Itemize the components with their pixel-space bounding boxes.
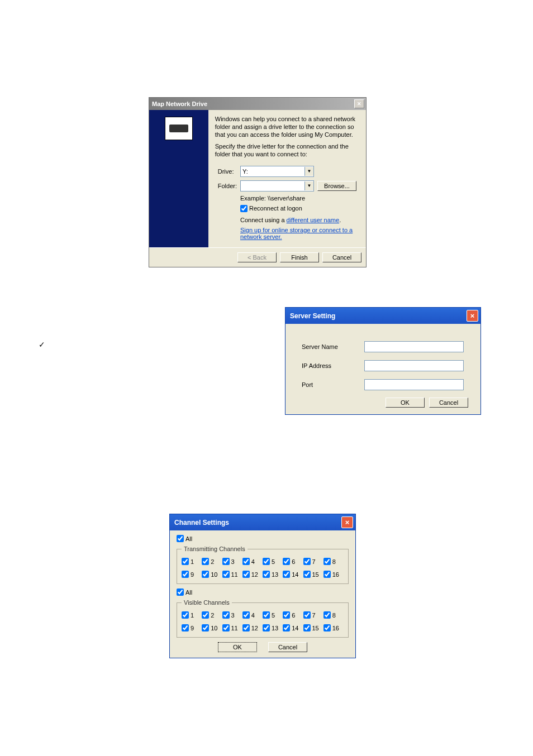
vis-channel-9-checkbox[interactable]: 9 [182,624,198,631]
tx-channel-6-checkbox-input[interactable] [283,558,290,565]
tx-channel-10-checkbox[interactable]: 10 [202,571,218,578]
vis-channel-7-checkbox[interactable]: 7 [303,611,320,619]
tx-channel-3-checkbox[interactable]: 3 [222,558,239,565]
cancel-button[interactable]: Cancel [429,398,468,408]
vis-channel-1-checkbox[interactable]: 1 [182,611,198,619]
vis-channel-2-checkbox-input[interactable] [202,611,209,619]
all-visible-checkbox-input[interactable] [177,588,184,596]
drive-label: Drive: [217,165,237,178]
tx-channel-5-checkbox-input[interactable] [263,558,270,565]
tx-channel-8-checkbox-input[interactable] [323,558,331,565]
vis-channel-7-checkbox-input[interactable] [303,611,311,619]
vis-channel-16-checkbox-input[interactable] [323,624,331,631]
tx-channel-3-checkbox-input[interactable] [222,558,230,565]
tx-channel-1-checkbox[interactable]: 1 [182,558,198,565]
drive-select[interactable]: ▼ [240,166,314,177]
finish-button[interactable]: Finish [280,252,319,262]
all-transmitting-checkbox[interactable]: All [177,535,192,542]
vis-channel-2-checkbox[interactable]: 2 [202,611,218,619]
server-name-input[interactable] [364,341,464,352]
all-transmitting-checkbox-input[interactable] [177,535,184,542]
vis-channel-8-checkbox-input[interactable] [323,611,331,619]
reconnect-checkbox[interactable]: Reconnect at logon [240,205,302,212]
vis-channel-8-checkbox[interactable]: 8 [323,611,340,619]
vis-channel-14-checkbox[interactable]: 14 [283,624,299,631]
vis-channel-5-checkbox-input[interactable] [263,611,270,619]
drive-select-value[interactable] [241,167,304,176]
vis-channel-1-checkbox-input[interactable] [182,611,189,619]
vis-channel-4-checkbox-input[interactable] [242,611,250,619]
tx-channel-7-checkbox[interactable]: 7 [303,558,320,565]
vis-channel-11-checkbox-input[interactable] [222,624,230,631]
tx-channel-14-checkbox[interactable]: 14 [283,571,299,578]
folder-select-value[interactable] [241,181,304,190]
connect-suffix: . [339,217,341,223]
tx-channel-15-checkbox-input[interactable] [303,571,311,578]
map-dialog-body: Windows can help you connect to a shared… [208,110,366,247]
all-visible-checkbox[interactable]: All [177,588,192,596]
tx-channel-12-checkbox-input[interactable] [242,571,250,578]
tx-channel-14-checkbox-input[interactable] [283,571,290,578]
tx-channel-13-checkbox[interactable]: 13 [263,571,279,578]
vis-channel-6-checkbox-input[interactable] [283,611,290,619]
close-icon[interactable]: × [341,516,353,528]
ok-button[interactable]: OK [386,398,425,408]
tx-channel-5-checkbox[interactable]: 5 [263,558,279,565]
tx-channel-16-checkbox-input[interactable] [323,571,331,578]
ip-address-input[interactable] [364,360,464,371]
vis-channel-3-checkbox[interactable]: 3 [222,611,239,619]
cancel-button[interactable]: Cancel [322,252,361,262]
vis-channel-3-checkbox-input[interactable] [222,611,230,619]
vis-channel-14-checkbox-input[interactable] [283,624,290,631]
tx-channel-4-checkbox[interactable]: 4 [242,558,259,565]
vis-channel-4-checkbox[interactable]: 4 [242,611,259,619]
cancel-button[interactable]: Cancel [268,642,307,652]
tx-channel-4-checkbox-input[interactable] [242,558,250,565]
folder-label: Folder: [217,180,237,192]
vis-channel-12-checkbox-input[interactable] [242,624,250,631]
close-icon[interactable]: ✕ [354,99,364,108]
vis-channel-6-checkbox[interactable]: 6 [283,611,299,619]
server-name-label: Server Name [301,341,358,353]
port-input[interactable] [364,379,464,390]
vis-channel-9-checkbox-input[interactable] [182,624,189,631]
vis-channel-10-checkbox[interactable]: 10 [202,624,218,631]
ok-button[interactable]: OK [218,642,257,652]
vis-channel-13-checkbox[interactable]: 13 [263,624,279,631]
tx-channel-1-checkbox-input[interactable] [182,558,189,565]
vis-channel-10-checkbox-input[interactable] [202,624,209,631]
browse-button[interactable]: Browse... [317,181,356,191]
tx-channel-2-checkbox-input[interactable] [202,558,209,565]
tx-channel-11-checkbox-input[interactable] [222,571,230,578]
vis-channel-15-checkbox-input[interactable] [303,624,311,631]
server-dialog-title: Server Setting [290,312,335,320]
reconnect-checkbox-input[interactable] [240,205,248,212]
different-user-link[interactable]: different user name [287,217,340,223]
tx-channel-6-checkbox[interactable]: 6 [283,558,299,565]
vis-channel-16-checkbox[interactable]: 16 [323,624,340,631]
tx-channel-12-checkbox[interactable]: 12 [242,571,259,578]
folder-select[interactable]: ▼ [240,180,314,192]
tx-channel-15-checkbox[interactable]: 15 [303,571,320,578]
vis-channel-1-label: 1 [191,612,194,619]
tx-channel-11-checkbox[interactable]: 11 [222,571,239,578]
vis-channel-5-checkbox[interactable]: 5 [263,611,279,619]
tx-channel-8-checkbox[interactable]: 8 [323,558,340,565]
tx-channel-9-checkbox[interactable]: 9 [182,571,198,578]
vis-channel-12-checkbox[interactable]: 12 [242,624,259,631]
tx-channel-7-checkbox-input[interactable] [303,558,311,565]
tx-channel-13-checkbox-input[interactable] [263,571,270,578]
tx-channel-16-checkbox[interactable]: 16 [323,571,340,578]
connect-as-row: Connect using a different user name. [240,216,357,224]
vis-channel-15-checkbox[interactable]: 15 [303,624,320,631]
close-icon[interactable]: × [467,310,478,322]
chevron-down-icon[interactable]: ▼ [304,181,313,190]
tx-channel-9-checkbox-input[interactable] [182,571,189,578]
tx-channel-10-checkbox-input[interactable] [202,571,209,578]
visible-channels-group: Visible Channels 12345678910111213141516 [177,599,349,638]
vis-channel-13-checkbox-input[interactable] [263,624,270,631]
signup-link[interactable]: Sign up for online storage or connect to… [240,227,356,240]
vis-channel-11-checkbox[interactable]: 11 [222,624,239,631]
tx-channel-2-checkbox[interactable]: 2 [202,558,218,565]
chevron-down-icon[interactable]: ▼ [304,167,313,176]
